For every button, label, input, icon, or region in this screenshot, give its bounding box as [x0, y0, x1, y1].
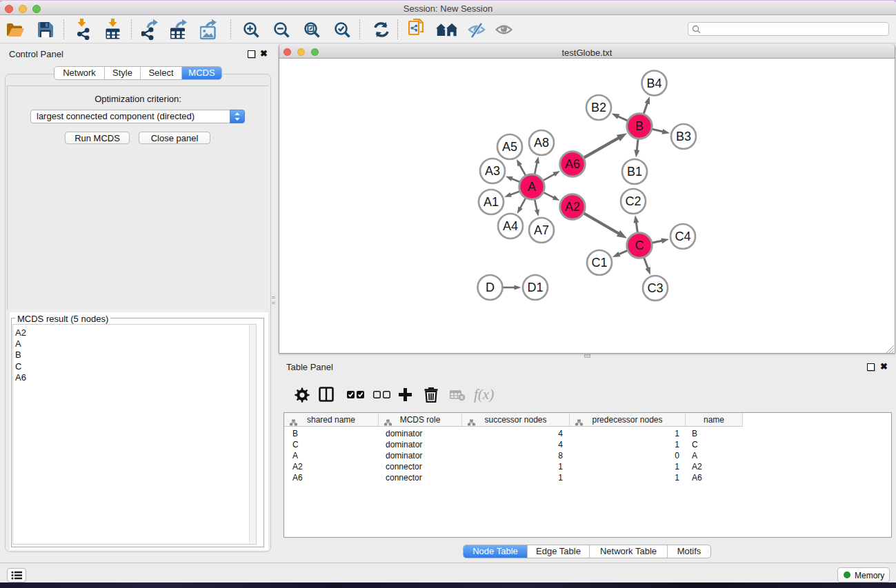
svg-text:B4: B4: [646, 77, 661, 90]
svg-text:A7: A7: [534, 223, 549, 237]
svg-text:C: C: [635, 239, 644, 252]
svg-text:B: B: [635, 119, 644, 133]
svg-text:C1: C1: [591, 256, 607, 270]
svg-text:D: D: [486, 281, 495, 294]
svg-text:D1: D1: [527, 281, 543, 294]
svg-text:A2: A2: [565, 200, 580, 214]
svg-text:A8: A8: [534, 136, 549, 150]
svg-text:C2: C2: [625, 194, 641, 208]
svg-text:B2: B2: [591, 101, 606, 114]
svg-text:A5: A5: [502, 140, 517, 154]
svg-text:B1: B1: [627, 165, 642, 179]
svg-text:B3: B3: [676, 130, 691, 143]
svg-text:A6: A6: [565, 157, 580, 171]
svg-text:C3: C3: [647, 281, 663, 295]
svg-text:A1: A1: [484, 195, 499, 209]
svg-text:A4: A4: [503, 219, 518, 233]
svg-text:C4: C4: [675, 230, 690, 243]
svg-text:A3: A3: [485, 164, 500, 178]
svg-text:A: A: [528, 180, 536, 194]
